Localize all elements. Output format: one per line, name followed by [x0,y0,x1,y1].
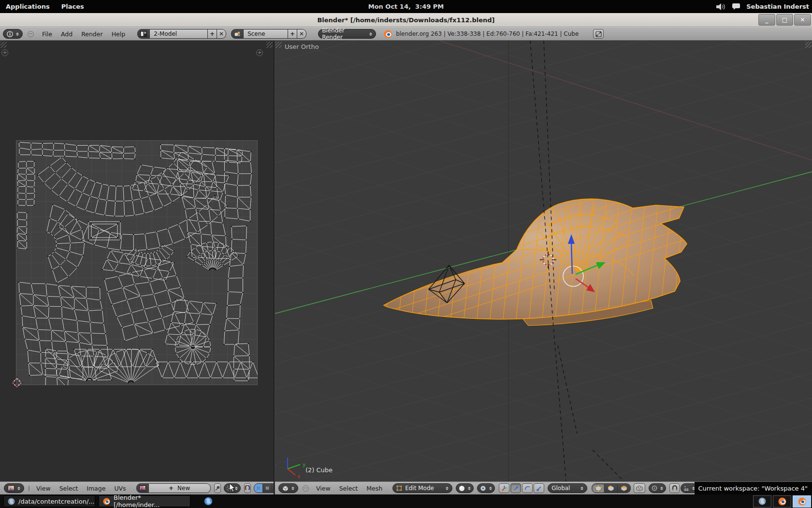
proportional-editing-selector[interactable] [649,483,666,493]
taskbar-window-item[interactable]: /data/contentcreation/... [3,495,95,507]
image-browse-widget[interactable]: +New [136,483,211,493]
uv-editor-type-selector[interactable] [4,483,24,493]
collapse-menus-icon[interactable] [303,485,309,492]
scene-icon [231,29,244,39]
uv-menu-uvs[interactable]: UVs [110,485,130,492]
menu-file[interactable]: File [38,30,57,38]
viewport-header: View Select Mesh Edit Mode [275,481,812,494]
blender-icon [103,498,110,505]
clock[interactable]: Mon Oct 14, 3:49 PM [0,3,812,10]
edge-select-button[interactable] [605,483,618,493]
window-duplicate-icon[interactable] [593,29,604,39]
mode-selector[interactable]: Edit Mode [392,483,452,493]
uv-pivot-selector[interactable] [224,483,241,493]
screen-layout-add-button[interactable]: + [208,29,217,39]
info-editor-icon [7,31,13,37]
scene-selector[interactable]: Scene + ✕ [231,29,306,39]
taskbar-window-label: /data/contentcreation/... [18,498,95,505]
app-swirl-icon[interactable] [204,497,213,506]
region-expand-button[interactable]: + [1,49,8,56]
rotate-manipulator-button[interactable] [522,483,533,493]
mini-axis-gizmo [288,458,300,475]
viewport-3d[interactable]: y x User Ortho (2) Cube View Select Mesh [275,41,812,494]
tray-blender-button[interactable] [773,495,791,508]
uv-vertex-select-button[interactable] [254,483,263,493]
screen-layout-icon [137,29,150,39]
browse-image-icon[interactable] [136,483,149,493]
menu-render[interactable]: Render [77,30,107,38]
scene-stats: blender.org 263 | Ve:338-338 | Ed:760-76… [396,30,579,37]
axis-label-x: x [297,473,301,479]
screen-layout-name[interactable]: 2-Model [150,29,208,39]
scene-delete-button[interactable]: ✕ [297,29,306,39]
user-name[interactable]: Sebastian Inderst [746,3,809,10]
limit-selection-to-visible-button[interactable] [634,483,645,493]
scale-manipulator-button[interactable] [534,483,544,493]
manipulator-toggle-icon[interactable] [499,483,509,493]
window-titlebar[interactable]: Blender* [/home/indersts/Downloads/fx112… [0,13,812,27]
snap-increment-icon [683,485,689,491]
region-resize-grip[interactable] [0,42,7,48]
volume-icon[interactable] [716,3,726,11]
minimize-button[interactable]: _ [758,14,775,26]
transform-orientation-selector[interactable]: Global [548,483,587,493]
viewport-shading-selector[interactable] [456,483,474,493]
menu-add[interactable]: Add [57,30,77,38]
collapse-menus-icon[interactable] [29,485,29,492]
vp-menu-mesh[interactable]: Mesh [362,485,387,492]
editor-type-selector[interactable] [3,29,23,39]
chat-icon[interactable] [732,3,740,10]
tray-globe-button[interactable] [753,495,771,508]
screen-layout-delete-button[interactable]: ✕ [217,29,226,39]
uv-edge-select-button[interactable] [263,483,272,493]
viewport-scene[interactable]: y x [275,41,812,481]
scene-add-button[interactable]: + [288,29,297,39]
viewport-editor-type-selector[interactable] [278,483,298,493]
region-resize-grip[interactable] [805,42,812,48]
blender-logo-icon [384,30,392,38]
orientation-value: Global [551,485,570,492]
region-resize-grip[interactable] [276,42,282,48]
uv-menu-view[interactable]: View [32,485,55,492]
vertex-select-button[interactable] [592,483,605,493]
translate-manipulator-button[interactable] [510,483,521,493]
snap-magnet-icon[interactable] [669,483,680,493]
uv-editor-header: View Select Image UVs +New [0,481,274,494]
pivot-icon [227,486,232,491]
applications-menu[interactable]: Applications [0,0,56,13]
uv-menu-image[interactable]: Image [82,485,110,492]
places-menu[interactable]: Places [56,0,90,13]
new-image-button[interactable]: +New [149,483,211,493]
region-resize-grip[interactable] [266,42,273,48]
render-engine-value: Blender Render [322,27,366,41]
pivot-point-selector[interactable] [477,483,495,493]
main-area: + + View Select Image UVs [0,41,812,494]
select-mode-buttons [592,483,631,493]
tray-blender-active-button[interactable] [793,495,811,508]
region-expand-button[interactable]: + [256,49,263,56]
taskbar-window-item[interactable]: Blender* [/home/inder... [99,495,190,507]
uv-image-editor[interactable]: + + View Select Image UVs [0,41,274,494]
mesh-object-spaceship[interactable] [372,97,696,340]
vp-menu-select[interactable]: Select [335,485,362,492]
uv-canvas[interactable] [16,140,258,385]
proportional-edit-icon [652,485,657,491]
pin-icon[interactable] [214,483,221,493]
face-select-button[interactable] [618,483,631,493]
maximize-button[interactable]: □ [776,14,793,26]
x-axis-line [439,41,812,160]
vp-menu-view[interactable]: View [312,485,335,492]
scene-name[interactable]: Scene [244,29,288,39]
render-engine-selector[interactable]: Blender Render [318,29,376,39]
status-text: Current workspace: "Workspace 4" [698,485,808,492]
mode-value: Edit Mode [405,485,434,492]
edit-mode-icon [396,485,402,491]
uv-menu-select[interactable]: Select [55,485,83,492]
status-bar: Current workspace: "Workspace 4" [695,482,812,494]
screen-layout-selector[interactable]: 2-Model + ✕ [137,29,226,39]
collapse-menus-icon[interactable] [28,31,34,37]
3d-view-editor-icon [282,485,289,492]
close-button[interactable]: ✕ [794,14,811,26]
uv-snap-icon[interactable] [244,483,251,493]
menu-help[interactable]: Help [107,30,130,38]
